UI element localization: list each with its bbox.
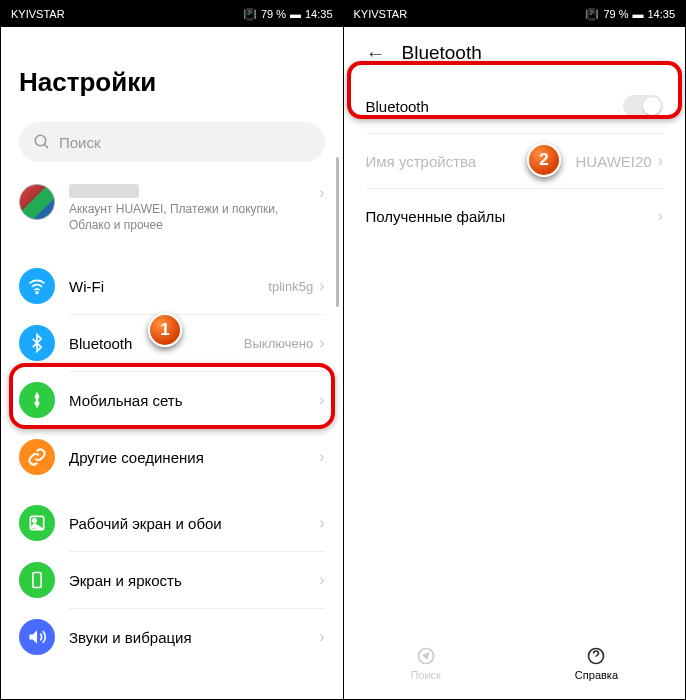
chevron-right-icon: › — [319, 571, 324, 589]
wifi-value: tplink5g — [268, 279, 313, 294]
page-title: Bluetooth — [402, 42, 482, 64]
received-files-row[interactable]: Полученные файлы › — [366, 189, 664, 243]
avatar — [19, 184, 55, 220]
phone-right-bluetooth: KYIVSTAR 📳 79 % ▬ 14:35 ← Bluetooth Blue… — [344, 1, 686, 699]
account-name-blurred — [69, 184, 139, 198]
search-icon — [33, 133, 51, 151]
carrier-label: KYIVSTAR — [11, 8, 65, 20]
link-icon — [19, 439, 55, 475]
help-icon — [586, 646, 606, 666]
wifi-icon — [19, 268, 55, 304]
bluetooth-toggle[interactable] — [623, 95, 663, 117]
bluetooth-toggle-label: Bluetooth — [366, 98, 624, 115]
wallpaper-row[interactable]: Рабочий экран и обои › — [19, 495, 325, 551]
chevron-right-icon: › — [319, 391, 324, 409]
wallpaper-label: Рабочий экран и обои — [69, 515, 319, 532]
chevron-right-icon: › — [319, 514, 324, 532]
svg-rect-5 — [33, 573, 41, 588]
display-icon — [19, 562, 55, 598]
svg-point-0 — [35, 135, 46, 146]
bluetooth-toggle-row[interactable]: Bluetooth — [366, 79, 664, 133]
device-name-value: HUAWEI20 — [576, 153, 652, 170]
mobile-label: Мобильная сеть — [69, 392, 319, 409]
chevron-right-icon: › — [319, 277, 324, 295]
wifi-row[interactable]: Wi-Fi tplink5g › — [19, 258, 325, 314]
bluetooth-icon — [19, 325, 55, 361]
bottom-search-button[interactable]: Поиск — [410, 646, 440, 681]
chevron-right-icon: › — [658, 152, 663, 170]
sound-label: Звуки и вибрация — [69, 629, 319, 646]
statusbar: KYIVSTAR 📳 79 % ▬ 14:35 — [1, 1, 343, 27]
bottom-help-button[interactable]: Справка — [575, 646, 618, 681]
display-row[interactable]: Экран и яркость › — [19, 552, 325, 608]
annotation-marker-2: 2 — [527, 143, 561, 177]
carrier-label: KYIVSTAR — [354, 8, 408, 20]
time-label: 14:35 — [305, 8, 333, 20]
battery-icon: ▬ — [632, 8, 643, 20]
bottom-search-label: Поиск — [410, 669, 440, 681]
svg-line-1 — [44, 144, 48, 148]
sound-icon — [19, 619, 55, 655]
search-placeholder: Поиск — [59, 134, 101, 151]
device-name-row: Имя устройства HUAWEI20 › — [366, 134, 664, 188]
chevron-right-icon: › — [319, 448, 324, 466]
bottom-bar: Поиск Справка — [344, 637, 686, 689]
received-files-label: Полученные файлы — [366, 208, 658, 225]
chevron-right-icon: › — [319, 184, 324, 202]
vibrate-icon: 📳 — [585, 8, 599, 21]
annotation-marker-1: 1 — [148, 313, 182, 347]
vibrate-icon: 📳 — [243, 8, 257, 21]
battery-label: 79 % — [261, 8, 286, 20]
battery-icon: ▬ — [290, 8, 301, 20]
chevron-right-icon: › — [319, 628, 324, 646]
statusbar: KYIVSTAR 📳 79 % ▬ 14:35 — [344, 1, 686, 27]
svg-point-4 — [33, 519, 36, 522]
svg-point-2 — [36, 292, 38, 294]
back-button[interactable]: ← — [366, 42, 386, 65]
bottom-help-label: Справка — [575, 669, 618, 681]
wallpaper-icon — [19, 505, 55, 541]
other-conn-label: Другие соединения — [69, 449, 319, 466]
time-label: 14:35 — [647, 8, 675, 20]
other-conn-row[interactable]: Другие соединения › — [19, 429, 325, 485]
compass-icon — [416, 646, 436, 666]
mobile-row[interactable]: Мобильная сеть › — [19, 372, 325, 428]
scrollbar[interactable] — [336, 157, 339, 307]
account-subtitle: Аккаунт HUAWEI, Платежи и покупки, Облак… — [69, 202, 319, 233]
account-row[interactable]: Аккаунт HUAWEI, Платежи и покупки, Облак… — [19, 180, 325, 248]
search-input[interactable]: Поиск — [19, 122, 325, 162]
display-label: Экран и яркость — [69, 572, 319, 589]
mobile-icon — [19, 382, 55, 418]
phone-left-settings: KYIVSTAR 📳 79 % ▬ 14:35 Настройки Поиск … — [1, 1, 344, 699]
chevron-right-icon: › — [319, 334, 324, 352]
battery-label: 79 % — [603, 8, 628, 20]
sound-row[interactable]: Звуки и вибрация › — [19, 609, 325, 665]
wifi-label: Wi-Fi — [69, 278, 268, 295]
bluetooth-value: Выключено — [244, 336, 313, 351]
page-title: Настройки — [19, 67, 325, 98]
chevron-right-icon: › — [658, 207, 663, 225]
